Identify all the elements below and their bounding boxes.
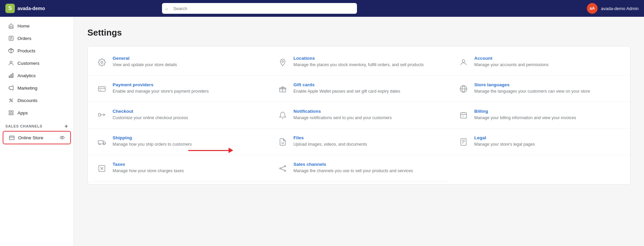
sidebar-item-customers[interactable]: Customers [3, 57, 71, 69]
settings-item-locations-title: Locations [293, 56, 424, 61]
eye-icon[interactable] [59, 135, 65, 140]
settings-item-billing[interactable]: Billing Manage your billing information … [449, 102, 630, 129]
settings-item-store-languages-text: Store languages Manage the languages you… [474, 82, 590, 95]
svg-point-28 [463, 116, 464, 116]
svg-rect-5 [9, 76, 10, 78]
settings-item-payment-providers-title: Payment providers [113, 82, 209, 87]
svg-point-29 [462, 116, 462, 116]
sidebar-item-home[interactable]: Home [3, 20, 71, 32]
topnav-right: aA avada-demo Admin [587, 3, 639, 14]
settings-item-billing-desc: Manage your billing information and view… [474, 115, 576, 121]
svg-point-17 [62, 137, 63, 138]
sales-channels-section: SALES CHANNELS + [0, 119, 74, 131]
sidebar-item-online-store[interactable]: Online Store [3, 131, 71, 144]
svg-point-4 [10, 61, 12, 63]
sidebar-item-products[interactable]: Products [3, 45, 71, 57]
settings-item-sales-channels-title: Sales channels [293, 162, 413, 167]
settings-item-legal-text: Legal Manage your store's legal pages [474, 135, 535, 148]
files-icon [277, 136, 289, 148]
settings-item-taxes-title: Taxes [113, 162, 184, 167]
settings-item-taxes-text: Taxes Manage how your store charges taxe… [113, 162, 184, 174]
sidebar-item-apps[interactable]: Apps [3, 107, 71, 119]
svg-point-18 [101, 61, 103, 63]
sidebar-item-discounts-label: Discounts [17, 98, 37, 103]
marketing-icon [8, 85, 14, 91]
svg-point-20 [462, 60, 465, 62]
sales-channels-label: SALES CHANNELS [5, 124, 42, 128]
sidebar-item-customers-label: Customers [17, 61, 39, 66]
settings-item-checkout-text: Checkout Customize your online checkout … [113, 109, 188, 121]
store-logo[interactable]: S avada-demo [5, 4, 45, 13]
settings-item-general-desc: View and update your store details [113, 62, 177, 68]
settings-item-general-title: General [113, 56, 177, 61]
settings-item-notifications[interactable]: Notifications Manage notifications sent … [269, 102, 449, 129]
settings-item-store-languages-desc: Manage the languages your customers can … [474, 89, 590, 95]
svg-point-19 [282, 61, 284, 62]
settings-item-taxes-desc: Manage how your store charges taxes [113, 168, 184, 174]
settings-item-locations[interactable]: Locations Manage the places you stock in… [269, 49, 449, 76]
add-sales-channel-button[interactable]: + [65, 123, 68, 129]
settings-item-legal-desc: Manage your store's legal pages [474, 142, 535, 148]
online-store-label: Online Store [18, 135, 43, 140]
svg-point-38 [280, 168, 281, 169]
settings-item-payment-providers[interactable]: Payment providers Enable and manage your… [88, 76, 269, 102]
svg-rect-13 [9, 113, 11, 115]
sidebar-item-discounts[interactable]: Discounts [3, 94, 71, 106]
legal-icon [457, 136, 470, 148]
settings-item-gift-cards[interactable]: Gift cards Enable Apple Wallet passes an… [269, 76, 449, 102]
online-store-icon [9, 135, 15, 141]
settings-item-checkout[interactable]: Checkout Customize your online checkout … [88, 102, 269, 129]
sidebar-item-orders[interactable]: Orders [3, 32, 71, 44]
settings-item-account-text: Account Manage your accounts and permiss… [474, 56, 549, 68]
admin-label: avada-demo Admin [601, 6, 639, 11]
settings-item-shipping-title: Shipping [113, 135, 192, 140]
customers-icon [8, 60, 14, 66]
home-icon [8, 23, 14, 29]
settings-item-sales-channels[interactable]: Sales channels Manage the channels you u… [269, 155, 449, 182]
settings-item-sales-channels-text: Sales channels Manage the channels you u… [293, 162, 413, 174]
settings-item-checkout-desc: Customize your online checkout process [113, 115, 188, 121]
settings-item-payment-providers-text: Payment providers Enable and manage your… [113, 82, 209, 95]
avatar[interactable]: aA [587, 3, 598, 14]
sidebar-item-marketing[interactable]: Marketing [3, 82, 71, 94]
svg-rect-15 [9, 136, 14, 140]
svg-rect-12 [11, 111, 13, 112]
svg-point-16 [60, 136, 65, 139]
settings-grid: General View and update your store detai… [88, 49, 630, 182]
settings-item-store-languages[interactable]: Store languages Manage the languages you… [449, 76, 630, 102]
svg-point-40 [284, 170, 286, 171]
apps-icon [8, 110, 14, 116]
settings-item-sales-channels-desc: Manage the channels you use to sell your… [293, 168, 413, 174]
sidebar-item-analytics[interactable]: Analytics [3, 69, 71, 82]
svg-point-9 [11, 101, 13, 102]
settings-item-shipping-desc: Manage how you ship orders to customers [113, 142, 192, 148]
sidebar: Home Orders [0, 17, 74, 246]
settings-item-shipping-text: Shipping Manage how you ship orders to c… [113, 135, 192, 148]
settings-item-account[interactable]: Account Manage your accounts and permiss… [449, 49, 630, 76]
svg-rect-26 [98, 113, 100, 116]
settings-item-files-text: Files Upload images, videos, and documen… [293, 135, 367, 148]
settings-item-checkout-title: Checkout [113, 109, 188, 114]
settings-item-general[interactable]: General View and update your store detai… [88, 49, 269, 76]
sidebar-item-products-label: Products [17, 48, 35, 53]
svg-rect-33 [461, 139, 466, 145]
shipping-icon [96, 136, 108, 148]
settings-item-empty [449, 155, 630, 182]
discounts-icon [8, 97, 14, 103]
search-input[interactable] [162, 3, 357, 14]
taxes-icon [96, 162, 108, 175]
settings-item-gift-cards-desc: Enable Apple Wallet passes and set gift … [293, 89, 400, 95]
settings-item-files[interactable]: Files Upload images, videos, and documen… [269, 129, 449, 155]
settings-item-taxes[interactable]: Taxes Manage how your store charges taxe… [88, 155, 269, 182]
analytics-icon [8, 72, 14, 79]
settings-item-files-desc: Upload images, videos, and documents [293, 142, 367, 148]
svg-line-41 [281, 166, 284, 168]
svg-rect-21 [98, 87, 105, 91]
settings-item-shipping[interactable]: Shipping Manage how you ship orders to c… [88, 129, 269, 155]
svg-rect-27 [460, 113, 467, 118]
settings-item-billing-text: Billing Manage your billing information … [474, 109, 576, 121]
sidebar-item-home-label: Home [17, 23, 30, 29]
settings-item-files-title: Files [293, 135, 367, 140]
checkout-icon [96, 109, 108, 121]
settings-item-legal[interactable]: Legal Manage your store's legal pages [449, 129, 630, 155]
